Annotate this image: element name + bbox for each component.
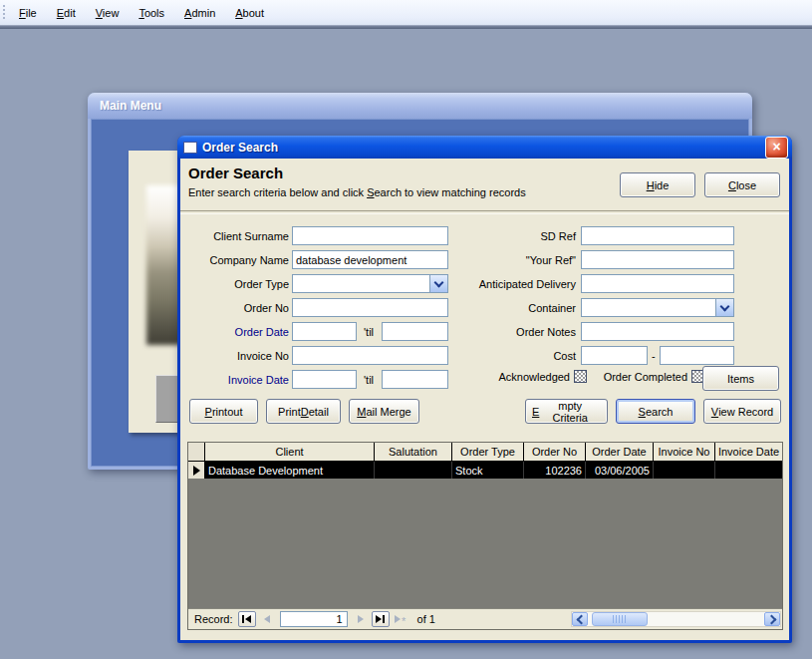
first-record-button[interactable] (238, 611, 256, 627)
table-row[interactable]: Database Development Stock 102236 03/06/… (188, 462, 782, 479)
order-date-from-input[interactable] (292, 322, 357, 341)
main-menu-titlebar[interactable]: Main Menu (88, 93, 752, 119)
acknowledged-checkbox[interactable] (574, 370, 587, 383)
horizontal-scrollbar[interactable] (571, 611, 781, 627)
next-record-button (352, 611, 370, 627)
menu-tools[interactable]: Tools (129, 3, 174, 23)
search-button[interactable]: Search (616, 399, 695, 424)
hide-button[interactable]: Hide (620, 172, 695, 197)
invoice-date-to-input[interactable] (382, 370, 448, 389)
menu-view[interactable]: View (86, 3, 130, 23)
form-icon (183, 142, 197, 154)
order-search-form: Order Search Enter search criteria below… (180, 159, 789, 640)
chevron-right-icon (766, 614, 776, 624)
cost-label: Cost (416, 346, 576, 365)
container-label: Container (416, 298, 576, 317)
order-notes-label: Order Notes (416, 322, 576, 341)
menu-edit[interactable]: Edit (47, 3, 86, 23)
record-label: Record: (194, 613, 233, 625)
column-header-order-date[interactable]: Order Date (586, 443, 654, 461)
record-selector[interactable] (188, 462, 205, 479)
column-header-invoice-date[interactable]: Invoice Date (715, 443, 782, 461)
datasheet-empty-area (188, 479, 782, 608)
anticipated-delivery-input[interactable] (581, 274, 734, 293)
your-ref-label: "Your Ref" (416, 250, 576, 269)
mail-merge-button[interactable]: Mail Merge (349, 399, 419, 424)
invoice-date-from-input[interactable] (292, 370, 357, 389)
order-type-label: Order Type (184, 274, 289, 293)
menu-admin[interactable]: Admin (174, 3, 225, 23)
company-name-label: Company Name (184, 250, 289, 269)
select-all-corner[interactable] (188, 443, 205, 461)
column-header-order-no[interactable]: Order No (524, 443, 586, 461)
invoice-date-label: Invoice Date (184, 370, 289, 389)
column-header-client[interactable]: Client (205, 443, 375, 461)
order-date-label: Order Date (184, 322, 289, 341)
order-search-window: Order Search × Order Search Enter search… (177, 136, 792, 643)
chevron-down-icon[interactable] (715, 299, 733, 316)
cell-order-no: 102236 (524, 462, 586, 479)
previous-record-button (258, 611, 276, 627)
close-icon: × (772, 140, 780, 154)
cell-salutation (375, 462, 452, 479)
datasheet-header-row: Client Salutation Order Type Order No Or… (188, 443, 782, 462)
menu-file[interactable]: File (9, 3, 47, 23)
column-header-order-type[interactable]: Order Type (452, 443, 524, 461)
close-window-button[interactable]: × (765, 137, 788, 159)
last-record-button[interactable] (372, 611, 390, 627)
cell-order-date: 03/06/2005 (586, 462, 654, 479)
client-surname-label: Client Surname (184, 226, 289, 245)
items-button[interactable]: Items (702, 366, 779, 391)
results-datasheet: Client Salutation Order Type Order No Or… (187, 442, 783, 630)
invoice-date-til-label: 'til (364, 370, 374, 389)
main-menu-title: Main Menu (100, 99, 161, 113)
cell-order-type: Stock (452, 462, 524, 479)
cost-range-separator: - (652, 346, 656, 365)
new-record-button: * (392, 611, 409, 627)
scroll-right-button[interactable] (764, 612, 780, 626)
cost-from-input[interactable] (581, 346, 648, 365)
cost-to-input[interactable] (660, 346, 734, 365)
order-no-label: Order No (184, 298, 289, 317)
page-subtitle: Enter search criteria below and click Se… (188, 186, 526, 198)
menubar-bottom-edge (0, 26, 812, 29)
header-divider (180, 210, 789, 214)
printout-button[interactable]: Printout (189, 399, 258, 424)
record-count-label: of 1 (417, 613, 435, 625)
record-number-input[interactable] (280, 611, 348, 627)
anticipated-delivery-label: Anticipated Delivery (416, 274, 576, 293)
acknowledged-label: Acknowledged (460, 370, 570, 384)
scrollbar-thumb[interactable] (592, 612, 648, 626)
menu-about[interactable]: About (225, 3, 274, 23)
grip-icon (613, 615, 627, 623)
scroll-left-button[interactable] (572, 612, 588, 626)
sd-ref-input[interactable] (581, 226, 734, 245)
menu-bar: File Edit View Tools Admin About (0, 0, 812, 26)
cell-invoice-no (654, 462, 715, 479)
toolbar-grip-icon[interactable] (2, 4, 6, 21)
cell-client: Database Development (205, 462, 375, 479)
your-ref-input[interactable] (581, 250, 734, 269)
close-button[interactable]: Close (704, 172, 780, 197)
current-record-icon (193, 466, 200, 476)
record-navigation-bar: Record: * of 1 (188, 608, 782, 629)
window-title: Order Search (202, 141, 765, 155)
order-search-titlebar[interactable]: Order Search × (177, 136, 792, 159)
order-date-til-label: 'til (364, 322, 374, 341)
container-combobox[interactable] (581, 298, 734, 317)
invoice-no-label: Invoice No (184, 346, 289, 365)
view-record-button[interactable]: View Record (703, 399, 781, 424)
order-notes-input[interactable] (581, 322, 734, 341)
column-header-invoice-no[interactable]: Invoice No (654, 443, 715, 461)
order-completed-label: Order Completed (596, 370, 687, 384)
column-header-salutation[interactable]: Salutation (375, 443, 452, 461)
empty-criteria-button[interactable]: Empty Criteria (525, 399, 608, 424)
print-detail-button[interactable]: Print Detail (266, 399, 341, 424)
cell-invoice-date (715, 462, 782, 479)
sd-ref-label: SD Ref (416, 226, 576, 245)
page-title: Order Search (188, 165, 283, 181)
chevron-left-icon (576, 614, 586, 624)
